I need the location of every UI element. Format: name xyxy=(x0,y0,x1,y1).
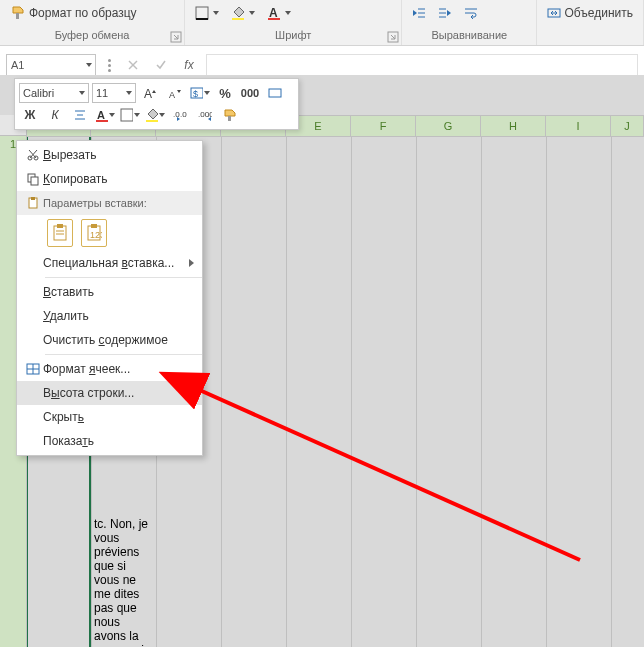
chevron-down-icon xyxy=(126,91,132,95)
accounting-icon: $ xyxy=(190,86,203,100)
svg-text:.0: .0 xyxy=(207,110,212,119)
grow-font-icon: A xyxy=(143,86,157,100)
formula-input[interactable] xyxy=(206,54,638,76)
name-box[interactable]: A1 xyxy=(6,54,96,76)
indent-right-icon xyxy=(438,6,452,20)
accounting-format-button[interactable]: $ xyxy=(189,82,211,104)
svg-line-38 xyxy=(30,150,37,158)
svg-line-39 xyxy=(29,150,36,158)
ctx-row-height[interactable]: Высота строки... xyxy=(17,381,202,405)
bucket-icon xyxy=(145,108,158,122)
ctx-hide[interactable]: Скрыть xyxy=(17,405,202,429)
border-mini-button[interactable] xyxy=(119,104,141,126)
paste-option-default[interactable] xyxy=(47,219,73,247)
format-painter-mini-button[interactable] xyxy=(219,104,241,126)
column-header[interactable]: F xyxy=(351,116,416,136)
decrease-decimal-button[interactable]: .00.0 xyxy=(194,104,216,126)
cancel-button[interactable] xyxy=(122,55,144,75)
thousands-button[interactable]: 000 xyxy=(239,82,261,104)
fill-color-button[interactable] xyxy=(227,3,259,23)
svg-text:A: A xyxy=(97,109,105,121)
dialog-launcher-clipboard[interactable] xyxy=(170,31,182,43)
close-icon xyxy=(127,59,139,71)
enter-button[interactable] xyxy=(150,55,172,75)
merge-icon xyxy=(268,86,282,100)
svg-rect-29 xyxy=(121,109,133,121)
formula-bar-splitter[interactable] xyxy=(102,54,116,76)
ctx-format-cells[interactable]: Формат ячеек... xyxy=(17,357,202,381)
svg-rect-23 xyxy=(269,89,281,97)
ctx-delete[interactable]: Удалить xyxy=(17,304,202,328)
ribbon-group-font: A Шрифт xyxy=(185,0,402,45)
column-header[interactable]: J xyxy=(611,116,644,136)
border-icon xyxy=(120,108,133,122)
font-size-select[interactable]: 11 xyxy=(92,83,136,103)
svg-text:A: A xyxy=(169,90,175,100)
merge-center-button[interactable] xyxy=(264,82,286,104)
font-color-mini-button[interactable]: A xyxy=(94,104,116,126)
ctx-paste-special[interactable]: Специальная вставка... xyxy=(17,251,202,275)
percent-button[interactable]: % xyxy=(214,82,236,104)
format-painter-button[interactable]: Формат по образцу xyxy=(6,2,141,24)
copy-icon xyxy=(23,172,43,186)
svg-rect-49 xyxy=(91,224,97,228)
italic-button[interactable]: К xyxy=(44,104,66,126)
svg-rect-41 xyxy=(31,177,38,185)
context-menu: ВВырезатьырезать Копировать Параметры вс… xyxy=(16,140,203,456)
merge-button[interactable]: Объединить xyxy=(543,3,637,23)
fx-button[interactable]: fx xyxy=(178,55,200,75)
fill-color-mini-button[interactable] xyxy=(144,104,166,126)
column-header[interactable]: I xyxy=(546,116,611,136)
shrink-font-icon: A xyxy=(168,86,182,100)
chevron-down-icon xyxy=(86,63,92,67)
paste-option-values[interactable]: 123 xyxy=(81,219,107,247)
shrink-font-button[interactable]: A xyxy=(164,82,186,104)
scissors-icon xyxy=(23,148,43,162)
name-box-value: A1 xyxy=(11,59,24,71)
merge-icon xyxy=(547,6,561,20)
ctx-paste-options: 123 xyxy=(17,215,202,251)
svg-rect-45 xyxy=(57,224,63,228)
dialog-launcher-font[interactable] xyxy=(387,31,399,43)
font-name-select[interactable]: Calibri xyxy=(19,83,89,103)
ctx-insert[interactable]: Вставить xyxy=(17,280,202,304)
ribbon-group-clipboard-title: Буфер обмена xyxy=(6,25,178,43)
svg-rect-43 xyxy=(31,197,35,200)
grow-font-button[interactable]: A xyxy=(139,82,161,104)
ctx-clear-contents[interactable]: Очистить содержимое xyxy=(17,328,202,352)
ctx-copy[interactable]: Копировать xyxy=(17,167,202,191)
decrease-indent-button[interactable] xyxy=(408,3,430,23)
cell-b1-text: tc. Non, je vous préviens que si vous ne… xyxy=(94,517,152,647)
border-icon xyxy=(195,6,209,20)
svg-rect-4 xyxy=(232,18,244,20)
check-icon xyxy=(155,59,167,71)
increase-decimal-button[interactable]: .0.00 xyxy=(169,104,191,126)
border-button[interactable] xyxy=(191,3,223,23)
align-center-icon xyxy=(73,108,87,122)
increase-indent-button[interactable] xyxy=(434,3,456,23)
wrap-text-button[interactable] xyxy=(460,3,482,23)
ctx-show[interactable]: Показать xyxy=(17,429,202,453)
font-color-button[interactable]: A xyxy=(263,3,295,23)
bold-button[interactable]: Ж xyxy=(19,104,41,126)
clipboard-icon xyxy=(23,196,43,210)
ribbon-group-font-title: Шрифт xyxy=(191,25,395,43)
svg-text:$: $ xyxy=(193,89,198,99)
bucket-icon xyxy=(231,6,245,20)
paintbrush-icon xyxy=(223,108,237,122)
chevron-down-icon xyxy=(79,91,85,95)
svg-rect-6 xyxy=(268,18,280,20)
align-center-horizontal-button[interactable] xyxy=(69,104,91,126)
font-color-icon: A xyxy=(267,6,281,20)
svg-text:A: A xyxy=(269,6,278,20)
fx-label: fx xyxy=(184,58,193,72)
column-header[interactable]: H xyxy=(481,116,546,136)
ribbon-group-alignment: Выравнивание xyxy=(402,0,537,45)
svg-rect-44 xyxy=(54,226,66,240)
ribbon-group-merge: Объединить xyxy=(537,0,644,45)
format-painter-label: Формат по образцу xyxy=(29,6,137,20)
svg-text:123: 123 xyxy=(90,230,102,240)
ctx-cut[interactable]: ВВырезатьырезать xyxy=(17,143,202,167)
dec-decimal-icon: .00.0 xyxy=(198,108,212,122)
column-header[interactable]: G xyxy=(416,116,481,136)
